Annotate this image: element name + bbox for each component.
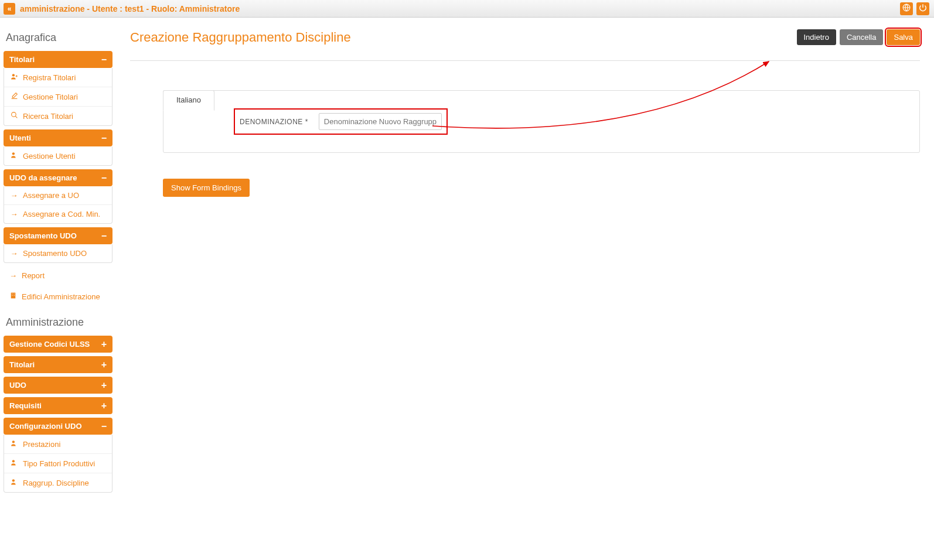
section-heading-amministrazione: Amministrazione [6,316,110,329]
back-button[interactable]: Indietro [797,29,836,45]
power-button[interactable] [916,2,929,15]
user-icon [10,439,18,449]
minus-icon: − [101,135,107,142]
topbar-actions [900,2,929,15]
main-content: Creazione Raggruppamento Discipline Indi… [116,18,934,560]
nav-header-udo-assegnare[interactable]: UDO da assegnare − [4,169,113,186]
page-title: Creazione Raggruppamento Discipline [130,30,351,45]
nav-group-udo-assegnare: UDO da assegnare − → Assegnare a UO → As… [4,169,113,224]
minus-icon: − [101,175,107,182]
nav-group-utenti: Utenti − Gestione Utenti [4,129,113,166]
tab-italiano[interactable]: Italiano [163,90,214,111]
building-icon [9,292,17,301]
nav-header-spostamento[interactable]: Spostamento UDO − [4,227,113,244]
globe-icon [902,4,911,13]
edit-icon [10,92,18,101]
nav-header-config-udo[interactable]: Configurazioni UDO − [4,418,113,435]
show-form-bindings-button[interactable]: Show Form Bindings [163,179,250,197]
arrow-right-icon: → [9,271,17,280]
nav-header-requisiti[interactable]: Requisiti + [4,397,113,414]
section-heading-anagrafica: Anagrafica [6,32,110,44]
svg-rect-4 [11,293,16,299]
nav-header-titolari2[interactable]: Titolari + [4,356,113,373]
svg-point-1 [12,74,14,76]
nav-item-spostamento-udo[interactable]: → Spostamento UDO [4,244,112,262]
nav-item-assegnare-cod-min[interactable]: → Assegnare a Cod. Min. [4,205,112,223]
cancel-button[interactable]: Cancella [840,29,884,45]
nav-header-titolari[interactable]: Titolari − [4,51,113,68]
nav-item-ricerca-titolari[interactable]: Ricerca Titolari [4,107,112,125]
app-title: amministrazione - Utente : test1 - Ruolo… [20,4,240,13]
user-icon [10,151,18,161]
search-icon [10,111,18,121]
nav-item-raggrup-discipline[interactable]: Raggrup. Discipline [4,473,112,492]
nav-item-gestione-utenti[interactable]: Gestione Utenti [4,146,112,165]
globe-button[interactable] [900,2,913,15]
nav-item-gestione-titolari[interactable]: Gestione Titolari [4,87,112,107]
nav-group-udo: UDO + [4,377,113,394]
nav-group-titolari2: Titolari + [4,356,113,373]
nav-header-gestione-ulss[interactable]: Gestione Codici ULSS + [4,336,113,353]
chevron-left-icon: « [8,5,12,13]
svg-rect-6 [14,293,15,294]
nav-item-prestazioni[interactable]: Prestazioni [4,435,112,454]
svg-rect-5 [12,293,12,294]
power-icon [919,4,927,13]
arrow-right-icon: → [10,210,18,218]
nav-group-requisiti: Requisiti + [4,397,113,414]
arrow-right-icon: → [10,249,18,258]
sidebar: Anagrafica Titolari − Registra Titolari [0,18,116,560]
svg-point-9 [12,441,14,443]
nav-header-udo[interactable]: UDO + [4,377,113,394]
plus-icon: + [101,402,107,409]
user-icon [10,459,18,468]
svg-point-2 [11,112,16,117]
nav-item-assegnare-uo[interactable]: → Assegnare a UO [4,186,112,205]
arrow-right-icon: → [10,191,18,200]
save-button[interactable]: Salva [887,29,920,45]
nav-item-edifici[interactable]: Edifici Amministrazione [4,287,113,306]
denominazione-input[interactable] [319,113,442,130]
nav-item-tipo-fattori[interactable]: Tipo Fattori Produttivi [4,454,112,473]
form-panel: Italiano DENOMINAZIONE * [163,90,920,153]
minus-icon: − [101,233,107,240]
plus-icon: + [101,382,107,389]
svg-rect-8 [14,295,15,296]
svg-point-3 [12,152,14,155]
user-plus-icon [10,73,18,82]
page-actions: Indietro Cancella Salva [797,29,921,45]
nav-group-spostamento: Spostamento UDO − → Spostamento UDO [4,227,113,263]
plus-icon: + [101,341,107,348]
denominazione-label: DENOMINAZIONE * [240,118,308,126]
minus-icon: − [101,56,107,63]
svg-rect-7 [12,295,12,296]
user-icon [10,478,18,487]
top-bar: « amministrazione - Utente : test1 - Ruo… [0,0,934,18]
denominazione-row-highlight: DENOMINAZIONE * [234,108,448,135]
nav-group-gestione-ulss: Gestione Codici ULSS + [4,336,113,353]
nav-header-utenti[interactable]: Utenti − [4,129,113,146]
plus-icon: + [101,361,107,368]
nav-item-registra-titolari[interactable]: Registra Titolari [4,68,112,87]
minus-icon: − [101,423,107,430]
nav-item-report[interactable]: → Report [4,267,113,285]
page-header: Creazione Raggruppamento Discipline Indi… [130,29,920,61]
svg-point-11 [12,479,14,482]
svg-point-10 [12,460,14,462]
sidebar-collapse-button[interactable]: « [4,3,15,15]
nav-group-titolari: Titolari − Registra Titolari Gestione Ti… [4,51,113,126]
nav-group-config-udo: Configurazioni UDO − Prestazioni Tipo Fa… [4,418,113,493]
